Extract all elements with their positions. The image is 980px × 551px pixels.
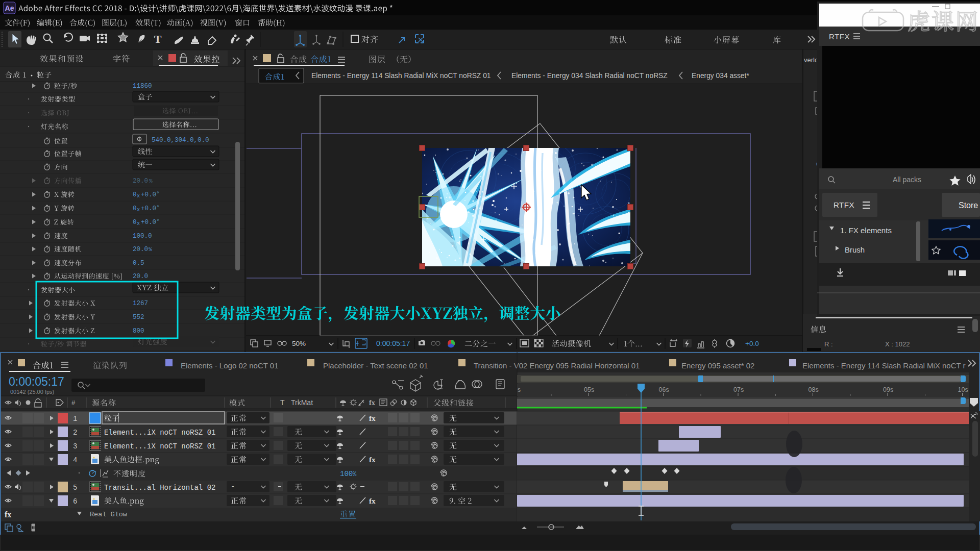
svg-text:Placeholder - Text scene 02 01: Placeholder - Text scene 02 01 — [323, 361, 428, 370]
svg-text:11860: 11860 — [133, 83, 152, 90]
svg-text:07s: 07s — [733, 386, 744, 393]
svg-text:fx: fx — [5, 510, 11, 519]
svg-text:fx: fx — [369, 497, 376, 505]
svg-text:RTFX: RTFX — [834, 201, 854, 209]
svg-text:+0.0: +0.0 — [141, 205, 156, 212]
svg-text:Energy 095 asset* 02: Energy 095 asset* 02 — [681, 361, 754, 370]
svg-text:°: ° — [156, 205, 160, 211]
svg-text:Real Glow: Real Glow — [90, 511, 127, 518]
svg-text:0:00:05:17: 0:00:05:17 — [9, 375, 64, 388]
svg-text:800: 800 — [133, 328, 144, 335]
svg-text:Transit...al Horizontal 02: Transit...al Horizontal 02 — [104, 484, 215, 492]
svg-text:s: s — [518, 386, 521, 393]
svg-text:Element...iX noCT noRSZ 01: Element...iX noCT noRSZ 01 — [104, 442, 215, 450]
svg-text:0:00:05:17: 0:00:05:17 — [376, 339, 410, 347]
svg-text:1. FX elements: 1. FX elements — [840, 226, 892, 235]
svg-text:50%: 50% — [292, 340, 306, 347]
svg-text:Transition - V02 Energy 095 Ra: Transition - V02 Energy 095 Radial Horiz… — [474, 361, 640, 370]
svg-text:3: 3 — [73, 442, 77, 450]
svg-text:x: x — [137, 193, 140, 199]
svg-text:540.0,304.0,0.0: 540.0,304.0,0.0 — [152, 137, 209, 144]
svg-text:Elements - Energy 034 Slash Ra: Elements - Energy 034 Slash Radial noCT … — [511, 72, 668, 80]
svg-text:4: 4 — [73, 456, 77, 464]
svg-text:0: 0 — [133, 205, 137, 212]
svg-text:20.0: 20.0 — [133, 178, 148, 185]
svg-text:x: x — [137, 221, 140, 227]
svg-text:All packs: All packs — [893, 176, 921, 184]
svg-text:20.0: 20.0 — [133, 246, 148, 253]
svg-text:00142 (25.00 fps): 00142 (25.00 fps) — [10, 389, 54, 395]
svg-text:0: 0 — [133, 191, 137, 198]
svg-text:Elements - Energy 114 Slash Ra: Elements - Energy 114 Slash Radial MiX n… — [311, 72, 491, 80]
svg-text:X : 1022: X : 1022 — [885, 340, 910, 348]
svg-text:552: 552 — [133, 314, 144, 321]
svg-text:fx: fx — [369, 399, 375, 407]
svg-text:%: % — [149, 178, 153, 184]
svg-text:1: 1 — [73, 415, 77, 423]
svg-text:°: ° — [156, 191, 160, 197]
svg-text:+0.0: +0.0 — [141, 219, 156, 226]
svg-text:Elements - Energy 114 Slash Ra: Elements - Energy 114 Slash Radial MiX n… — [802, 361, 966, 370]
svg-text:100: 100 — [340, 470, 353, 478]
svg-text:100.0: 100.0 — [133, 233, 152, 240]
svg-text:+0.0: +0.0 — [745, 340, 759, 347]
svg-text:x: x — [137, 207, 140, 213]
svg-text:09s: 09s — [883, 386, 893, 393]
svg-text:0.5: 0.5 — [133, 260, 144, 267]
svg-text:Store: Store — [959, 201, 978, 210]
svg-text:2: 2 — [73, 429, 77, 437]
svg-text:Element...iX noCT noRSZ 01: Element...iX noCT noRSZ 01 — [104, 429, 215, 437]
svg-text:%: % — [353, 471, 357, 478]
svg-text:20.0: 20.0 — [133, 273, 148, 280]
svg-text:6: 6 — [73, 497, 77, 506]
svg-text:Energy 034 asset*: Energy 034 asset* — [692, 72, 749, 80]
svg-text:RTFX: RTFX — [829, 32, 850, 41]
svg-text:R :: R : — [824, 340, 833, 348]
svg-text:0: 0 — [133, 219, 137, 226]
svg-text:-: - — [231, 483, 235, 491]
svg-text:#: # — [71, 399, 76, 407]
svg-text:%: % — [149, 246, 152, 253]
svg-text:TrkMat: TrkMat — [291, 398, 313, 407]
svg-text:fx: fx — [369, 414, 376, 422]
svg-text:Ae: Ae — [5, 4, 14, 12]
svg-text:10s: 10s — [958, 386, 968, 393]
svg-text:+0.0: +0.0 — [141, 191, 156, 198]
svg-text:T: T — [280, 398, 285, 407]
svg-text:05s: 05s — [584, 386, 594, 393]
svg-text:08s: 08s — [808, 386, 819, 393]
svg-text:T: T — [154, 33, 162, 45]
svg-text:5: 5 — [73, 484, 77, 492]
svg-text:Brush: Brush — [845, 245, 865, 254]
svg-text:fx: fx — [369, 456, 376, 464]
svg-text:1267: 1267 — [133, 300, 148, 307]
svg-text:06s: 06s — [659, 386, 669, 393]
svg-text:Elements - Logo 02 noCT 01: Elements - Logo 02 noCT 01 — [181, 361, 279, 370]
svg-text:°: ° — [156, 218, 160, 224]
